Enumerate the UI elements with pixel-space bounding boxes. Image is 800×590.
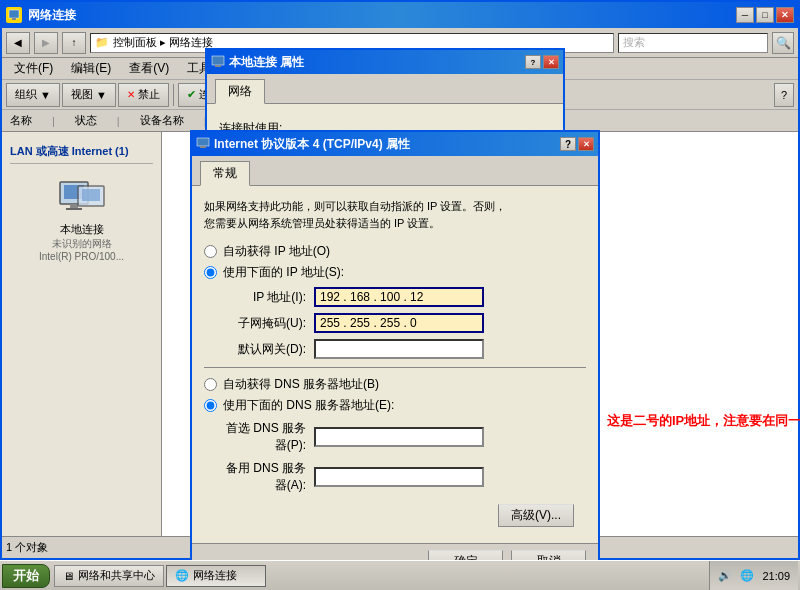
advanced-row: 高级(V)... [204, 500, 586, 531]
help-button[interactable]: ? [774, 83, 794, 107]
disable-button[interactable]: ✕ 禁止 [118, 83, 169, 107]
dialog-tcp-close[interactable]: ✕ [578, 137, 594, 151]
preferred-dns-field-group: 首选 DNS 服务器(P): [224, 420, 586, 454]
dialog-tcp-icon [196, 137, 210, 151]
svg-rect-5 [66, 208, 82, 210]
taskbar-btn2-label: 网络连接 [193, 568, 237, 583]
menu-file[interactable]: 文件(F) [6, 58, 61, 79]
organize-label: 组织 [15, 87, 37, 102]
alternate-dns-label: 备用 DNS 服务器(A): [224, 460, 314, 494]
manual-ip-radio[interactable] [204, 266, 217, 279]
dialog-local-titlebar: 本地连接 属性 ? ✕ [207, 50, 563, 74]
taskbar-btn-connections[interactable]: 🌐 网络连接 [166, 565, 266, 587]
col-device[interactable]: 设备名称 [140, 113, 184, 128]
subnet-field-group: 子网掩码(U): [224, 313, 586, 333]
forward-button[interactable]: ▶ [34, 32, 58, 54]
svg-rect-7 [82, 189, 100, 201]
manual-dns-radio[interactable] [204, 399, 217, 412]
gateway-label: 默认网关(D): [224, 341, 314, 358]
menu-edit[interactable]: 编辑(E) [63, 58, 119, 79]
advanced-button[interactable]: 高级(V)... [498, 504, 574, 527]
address-path: 控制面板 ▸ 网络连接 [113, 35, 213, 50]
desktop: 网络连接 ─ □ ✕ ◀ ▶ ↑ 📁 控制面板 ▸ 网络连接 搜索 🔍 文件(F… [0, 0, 800, 560]
manual-ip-label: 使用下面的 IP 地址(S): [223, 264, 344, 281]
auto-dns-radio[interactable] [204, 378, 217, 391]
col-name[interactable]: 名称 [10, 113, 32, 128]
net-item-label: 本地连接 [60, 222, 104, 237]
organize-arrow: ▼ [40, 89, 51, 101]
window-icon [6, 7, 22, 23]
net-item-device: Intel(R) PRO/100... [39, 251, 124, 262]
auto-ip-radio[interactable] [204, 245, 217, 258]
search-button[interactable]: 🔍 [772, 32, 794, 54]
toolbar-separator [173, 84, 174, 106]
dialog-tcp-body: 如果网络支持此功能，则可以获取自动指派的 IP 设置。否则， 您需要从网络系统管… [192, 186, 598, 543]
taskbar-btn1-label: 网络和共享中心 [78, 568, 155, 583]
net-item-sublabel: 未识别的网络 [52, 237, 112, 251]
window-controls: ─ □ ✕ [736, 7, 794, 23]
view-arrow: ▼ [96, 89, 107, 101]
alternate-dns-input[interactable] [314, 467, 484, 487]
subnet-input[interactable] [314, 313, 484, 333]
svg-rect-0 [9, 10, 19, 18]
preferred-dns-input[interactable] [314, 427, 484, 447]
preferred-dns-label: 首选 DNS 服务器(P): [224, 420, 314, 454]
view-button[interactable]: 视图 ▼ [62, 83, 116, 107]
dialog-tcp-properties: Internet 协议版本 4 (TCP/IPv4) 属性 ? ✕ 常规 如果网… [190, 130, 600, 581]
network-item-icon [58, 178, 106, 218]
minimize-button[interactable]: ─ [736, 7, 754, 23]
taskbar-btn-network-center[interactable]: 🖥 网络和共享中心 [54, 565, 164, 587]
window-title: 网络连接 [28, 7, 76, 24]
dialog-tcp-question[interactable]: ? [560, 137, 576, 151]
auto-dns-label: 自动获得 DNS 服务器地址(B) [223, 376, 379, 393]
manual-ip-row: 使用下面的 IP 地址(S): [204, 264, 586, 281]
up-button[interactable]: ↑ [62, 32, 86, 54]
dialog-tcp-title: Internet 协议版本 4 (TCP/IPv4) 属性 [214, 136, 410, 153]
search-box: 搜索 [618, 33, 768, 53]
gateway-field-group: 默认网关(D): [224, 339, 586, 359]
taskbar-time: 21:09 [762, 570, 790, 582]
annotation-text: 这是二号的IP地址，注意要在同一个网段。 [607, 412, 800, 430]
dialog-local-title: 本地连接 属性 [229, 54, 304, 71]
dns-section: 自动获得 DNS 服务器地址(B) 使用下面的 DNS 服务器地址(E): 首选… [204, 376, 586, 494]
auto-dns-row: 自动获得 DNS 服务器地址(B) [204, 376, 586, 393]
dialog-tcp-tabs: 常规 [192, 156, 598, 186]
dialog-local-icon [211, 55, 225, 69]
left-panel: LAN 或高速 Internet (1) [2, 132, 162, 536]
ip-radio-group: 自动获得 IP 地址(O) 使用下面的 IP 地址(S): [204, 243, 586, 281]
category-label: LAN 或高速 Internet (1) [10, 140, 153, 164]
back-button[interactable]: ◀ [6, 32, 30, 54]
taskbar: 开始 🖥 网络和共享中心 🌐 网络连接 🔊 🌐 21:09 [0, 560, 800, 590]
window-titlebar: 网络连接 ─ □ ✕ [2, 2, 798, 28]
dialog-tcp-titlebar: Internet 协议版本 4 (TCP/IPv4) 属性 ? ✕ [192, 132, 598, 156]
auto-ip-label: 自动获得 IP 地址(O) [223, 243, 330, 260]
search-placeholder: 搜索 [623, 35, 645, 50]
ip-label: IP 地址(I): [224, 289, 314, 306]
col-status[interactable]: 状态 [75, 113, 97, 128]
svg-rect-1 [12, 18, 16, 20]
status-text: 1 个对象 [6, 540, 48, 555]
view-label: 视图 [71, 87, 93, 102]
dns-radio-group: 自动获得 DNS 服务器地址(B) 使用下面的 DNS 服务器地址(E): [204, 376, 586, 414]
alternate-dns-field-group: 备用 DNS 服务器(A): [224, 460, 586, 494]
gateway-input[interactable] [314, 339, 484, 359]
tcp-description: 如果网络支持此功能，则可以获取自动指派的 IP 设置。否则， 您需要从网络系统管… [204, 198, 586, 231]
manual-dns-row: 使用下面的 DNS 服务器地址(E): [204, 397, 586, 414]
dialog-tcp-controls: ? ✕ [558, 137, 594, 151]
tab-general[interactable]: 常规 [200, 161, 250, 186]
close-button[interactable]: ✕ [776, 7, 794, 23]
organize-button[interactable]: 组织 ▼ [6, 83, 60, 107]
maximize-button[interactable]: □ [756, 7, 774, 23]
dialog-local-question[interactable]: ? [525, 55, 541, 69]
tab-network[interactable]: 网络 [215, 79, 265, 104]
ip-input[interactable] [314, 287, 484, 307]
taskbar-tray: 🔊 🌐 21:09 [709, 561, 798, 590]
dialog-local-close[interactable]: ✕ [543, 55, 559, 69]
menu-view[interactable]: 查看(V) [121, 58, 177, 79]
svg-rect-10 [197, 138, 209, 146]
network-item-local[interactable]: 本地连接 未识别的网络 Intel(R) PRO/100... [10, 170, 153, 270]
start-button[interactable]: 开始 [2, 564, 50, 588]
disable-label: 禁止 [138, 87, 160, 102]
manual-dns-label: 使用下面的 DNS 服务器地址(E): [223, 397, 394, 414]
subnet-label: 子网掩码(U): [224, 315, 314, 332]
